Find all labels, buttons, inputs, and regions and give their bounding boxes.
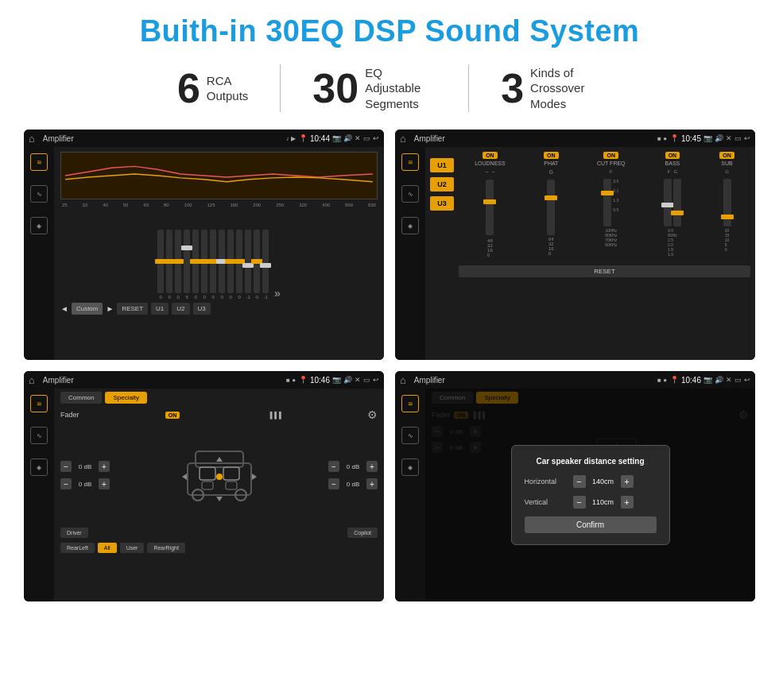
home-icon[interactable]: ⌂ xyxy=(29,133,35,145)
crossover-wave-icon[interactable]: ∿ xyxy=(401,185,419,203)
screen-distance: ⌂ Amplifier ■ ● 📍 10:46 📷 🔊 ✕ ▭ ↩ ≋ ∿ ◈ xyxy=(395,371,755,601)
copilot-btn[interactable]: Copilot xyxy=(347,528,378,538)
eq-slider-2[interactable]: 0 xyxy=(175,230,181,300)
db-value-fr: 0 dB xyxy=(342,463,364,470)
back-icon-3[interactable]: ↩ xyxy=(373,376,379,384)
eq-custom-btn[interactable]: Custom xyxy=(72,303,103,315)
fader-speaker-icon[interactable]: ◈ xyxy=(30,458,48,476)
horizontal-plus-btn[interactable]: + xyxy=(621,475,634,488)
back-icon[interactable]: ↩ xyxy=(373,134,379,142)
eq-nav-bar: ◄ Custom ► RESET U1 U2 U3 xyxy=(60,303,378,315)
user-btn[interactable]: User xyxy=(120,543,145,553)
eq-slider-3[interactable]: 5 xyxy=(184,230,190,300)
fader-on-badge[interactable]: ON xyxy=(165,412,180,419)
back-icon-4[interactable]: ↩ xyxy=(744,376,750,384)
phat-slider[interactable] xyxy=(547,180,555,235)
close-icon-4[interactable]: ✕ xyxy=(726,376,732,384)
sidebar-speaker-icon[interactable]: ◈ xyxy=(30,217,48,234)
eq-u3-btn[interactable]: U3 xyxy=(193,303,211,315)
db-plus-rl[interactable]: + xyxy=(99,478,110,489)
eq-slider-5[interactable]: 0 xyxy=(201,230,207,300)
eq-prev-arrow[interactable]: ◄ xyxy=(60,304,68,313)
bass-slider-1[interactable] xyxy=(664,179,672,226)
loudness-slider[interactable] xyxy=(486,180,494,235)
sidebar-eq-icon[interactable]: ≋ xyxy=(30,153,48,171)
crossover-speaker-icon[interactable]: ◈ xyxy=(401,217,419,234)
screen2-time: 10:45 xyxy=(681,134,701,143)
eq-slider-7[interactable]: 0 xyxy=(219,230,225,300)
eq-slider-8[interactable]: 0 xyxy=(227,230,234,300)
location-icon: 📍 xyxy=(299,134,308,142)
db-plus-fl[interactable]: + xyxy=(99,461,110,472)
crossover-reset-btn[interactable]: RESET xyxy=(459,265,750,277)
bass-slider-2[interactable] xyxy=(673,179,681,226)
bass-on-badge[interactable]: ON xyxy=(665,152,680,159)
eq-freq-labels: 253240506380100125160200250320400500630 xyxy=(60,203,378,207)
eq-u2-btn[interactable]: U2 xyxy=(172,303,189,315)
phat-on-badge[interactable]: ON xyxy=(544,152,559,159)
db-minus-rl[interactable]: − xyxy=(60,478,72,489)
fader-common-tab[interactable]: Common xyxy=(60,392,102,404)
sidebar-wave-icon[interactable]: ∿ xyxy=(30,185,48,203)
fader-wave-icon[interactable]: ∿ xyxy=(30,427,48,444)
home-icon-2[interactable]: ⌂ xyxy=(400,133,406,145)
dist-speaker-icon[interactable]: ◈ xyxy=(401,458,419,476)
eq-slider-0[interactable]: 0 xyxy=(157,230,164,300)
db-value-rl: 0 dB xyxy=(74,481,96,488)
fader-specialty-tab[interactable]: Specialty xyxy=(105,392,146,404)
camera-icon-4: 📷 xyxy=(703,376,712,384)
vertical-minus-btn[interactable]: − xyxy=(573,496,586,509)
db-control-rl: − 0 dB + xyxy=(60,478,110,489)
u1-button[interactable]: U1 xyxy=(430,158,454,172)
cutfreq-slider-1[interactable] xyxy=(603,179,611,226)
db-minus-rr[interactable]: − xyxy=(328,478,339,489)
driver-btn[interactable]: Driver xyxy=(60,528,88,538)
bass-label: BASS xyxy=(665,160,680,166)
eq-slider-1[interactable]: 0 xyxy=(166,230,172,300)
car-diagram xyxy=(114,427,324,523)
u3-button[interactable]: U3 xyxy=(430,196,454,211)
eq-slider-9[interactable]: 0 xyxy=(236,230,242,300)
cutfreq-on-badge[interactable]: ON xyxy=(603,152,618,159)
back-icon-2[interactable]: ↩ xyxy=(744,134,750,142)
rearright-btn[interactable]: RearRight xyxy=(147,543,185,553)
all-btn[interactable]: All xyxy=(98,543,117,553)
close-icon[interactable]: ✕ xyxy=(355,134,361,142)
fader-main-area: Common Specialty Fader ON ▐▐▐ ⚙ − xyxy=(54,389,384,601)
svg-rect-6 xyxy=(202,481,213,489)
eq-u1-btn[interactable]: U1 xyxy=(151,303,169,315)
fader-settings-icon[interactable]: ⚙ xyxy=(367,408,378,421)
dist-eq-icon[interactable]: ≋ xyxy=(401,395,419,412)
sub-on-badge[interactable]: ON xyxy=(719,152,734,159)
eq-next-arrow[interactable]: ► xyxy=(106,304,114,313)
horizontal-minus-btn[interactable]: − xyxy=(573,475,586,488)
db-plus-rr[interactable]: + xyxy=(366,478,378,489)
loudness-on-badge[interactable]: ON xyxy=(483,152,498,159)
eq-slider-10[interactable]: -1 xyxy=(245,230,251,300)
eq-slider-11[interactable]: 0 xyxy=(254,230,260,300)
eq-slider-6[interactable]: 0 xyxy=(210,230,216,300)
modal-vertical-row: Vertical − 110cm + xyxy=(525,496,657,509)
sub-slider[interactable] xyxy=(723,179,731,226)
eq-slider-4[interactable]: 0 xyxy=(192,230,199,300)
close-icon-3[interactable]: ✕ xyxy=(355,376,361,384)
eq-slider-12[interactable]: -1 xyxy=(262,230,269,300)
eq-reset-btn[interactable]: RESET xyxy=(117,303,148,315)
status-bar-4: ⌂ Amplifier ■ ● 📍 10:46 📷 🔊 ✕ ▭ ↩ xyxy=(395,371,755,389)
close-icon-2[interactable]: ✕ xyxy=(726,134,732,142)
crossover-eq-icon[interactable]: ≋ xyxy=(401,153,419,171)
page-title: Buith-in 30EQ DSP Sound System xyxy=(24,14,755,48)
fader-eq-icon[interactable]: ≋ xyxy=(30,395,48,412)
eq-sliders: 0 0 0 5 0 0 0 0 0 0 -1 0 -1 » xyxy=(60,212,378,300)
home-icon-3[interactable]: ⌂ xyxy=(29,374,35,386)
eq-arrow-right[interactable]: » xyxy=(274,287,281,300)
vertical-plus-btn[interactable]: + xyxy=(621,496,634,509)
home-icon-4[interactable]: ⌂ xyxy=(400,374,406,386)
dist-wave-icon[interactable]: ∿ xyxy=(401,427,419,444)
db-minus-fl[interactable]: − xyxy=(60,461,72,472)
db-plus-fr[interactable]: + xyxy=(366,461,378,472)
u2-button[interactable]: U2 xyxy=(430,177,454,191)
confirm-button[interactable]: Confirm xyxy=(525,516,657,533)
db-minus-fr[interactable]: − xyxy=(328,461,339,472)
rearleft-btn[interactable]: RearLeft xyxy=(60,543,95,553)
